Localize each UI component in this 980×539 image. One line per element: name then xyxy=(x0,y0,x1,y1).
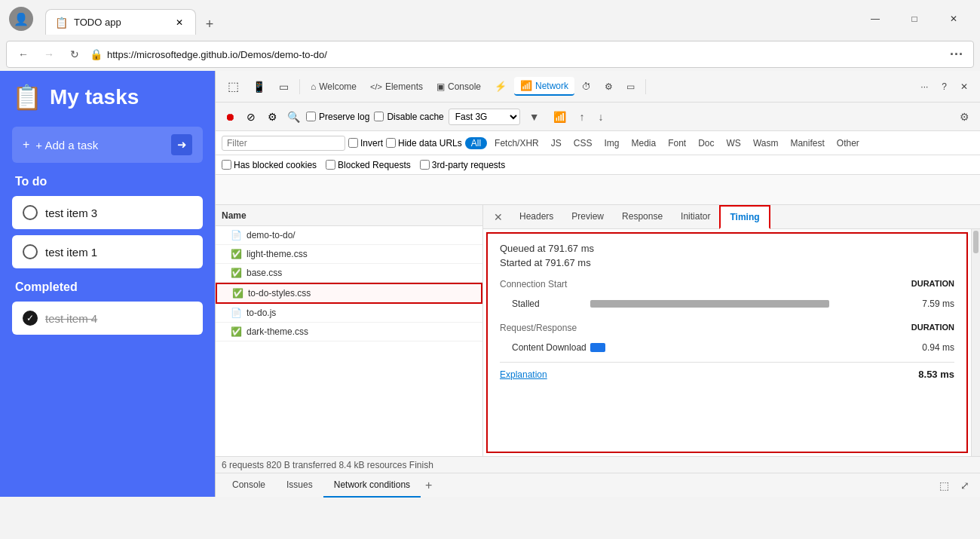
back-button[interactable]: ← xyxy=(13,44,34,65)
task-1-checkbox[interactable] xyxy=(23,244,38,259)
filter-all-button[interactable]: All xyxy=(465,137,487,149)
maximize-button[interactable]: □ xyxy=(897,7,932,31)
scrollbar-thumb[interactable] xyxy=(973,231,978,253)
devtools-inspect-button[interactable]: ⬚ xyxy=(222,76,245,96)
has-blocked-cookies-label[interactable]: Has blocked cookies xyxy=(222,160,317,170)
devtools-more-button[interactable]: ··· xyxy=(914,78,934,95)
tab-sidebar-button[interactable]: ▭ xyxy=(620,78,641,95)
filter-img-button[interactable]: Img xyxy=(599,136,623,150)
blocked-requests-label[interactable]: Blocked Requests xyxy=(326,160,411,170)
tab-close-button[interactable]: ✕ xyxy=(173,16,186,29)
devtools-help-button[interactable]: ? xyxy=(936,78,953,95)
completed-task-4[interactable]: ✓ test item 4 xyxy=(12,302,203,335)
preserve-log-checkbox[interactable] xyxy=(306,112,316,121)
connection-start-title: Connection Start DURATION xyxy=(500,279,954,289)
details-scrollbar[interactable] xyxy=(971,229,980,456)
filter-fetchxhr-button[interactable]: Fetch/XHR xyxy=(490,136,544,150)
devtools-device-button[interactable]: 📱 xyxy=(247,78,271,96)
close-button[interactable]: ✕ xyxy=(936,7,971,31)
bottom-add-tab-button[interactable]: + xyxy=(421,479,436,492)
has-blocked-cookies-checkbox[interactable] xyxy=(222,160,231,170)
hide-data-urls-checkbox-label[interactable]: Hide data URLs xyxy=(386,138,462,149)
url-input[interactable] xyxy=(107,49,942,60)
tab-console-button[interactable]: ▣ Console xyxy=(430,78,487,95)
details-close-button[interactable]: ✕ xyxy=(489,210,507,225)
bottom-tab-issues[interactable]: Issues xyxy=(276,473,323,498)
filter-media-button[interactable]: Media xyxy=(626,136,660,150)
filter-css-button[interactable]: CSS xyxy=(569,136,597,150)
clear-button[interactable]: ⊘ xyxy=(243,109,259,125)
upload-button[interactable]: ↑ xyxy=(575,109,590,124)
tab-network-button[interactable]: 📶 Network xyxy=(514,77,574,96)
online-status-button[interactable]: 📶 xyxy=(549,109,571,124)
request-response-title: Request/Response DURATION xyxy=(500,323,954,333)
search-button[interactable]: 🔍 xyxy=(285,109,302,125)
tab-elements-button[interactable]: </> Elements xyxy=(364,78,429,95)
filter-js-button[interactable]: JS xyxy=(547,136,566,150)
file-item-2[interactable]: ✅ light-theme.css xyxy=(216,245,482,264)
file-item-3[interactable]: ✅ base.css xyxy=(216,264,482,283)
task-4-checkbox[interactable]: ✓ xyxy=(23,311,38,326)
record-button[interactable]: ⏺ xyxy=(222,109,238,125)
disable-cache-checkbox[interactable] xyxy=(374,112,384,121)
filter-manifest-button[interactable]: Manifest xyxy=(786,136,828,150)
file-item-5[interactable]: 📄 to-do.js xyxy=(216,304,482,323)
bottom-tab-network-conditions[interactable]: Network conditions xyxy=(323,473,421,498)
download-button[interactable]: ↓ xyxy=(594,109,608,124)
tab-welcome-button[interactable]: ⌂ Welcome xyxy=(305,78,363,95)
file-item-4[interactable]: ✅ to-do-styles.css xyxy=(216,283,482,304)
new-tab-button[interactable]: + xyxy=(199,14,220,35)
task-item-3[interactable]: test item 3 xyxy=(12,196,203,229)
third-party-requests-checkbox[interactable] xyxy=(420,160,430,170)
timing-panel: Queued at 791.67 ms Started at 791.67 ms… xyxy=(486,232,968,453)
add-task-button[interactable]: + + Add a task ➜ xyxy=(12,127,203,163)
disable-cache-checkbox-label[interactable]: Disable cache xyxy=(374,112,443,122)
task-item-1[interactable]: test item 1 xyxy=(12,235,203,268)
details-tab-response[interactable]: Response xyxy=(613,205,672,229)
minimize-button[interactable]: — xyxy=(858,7,893,31)
devtools-close-button[interactable]: ✕ xyxy=(954,78,974,95)
hide-data-urls-checkbox[interactable] xyxy=(386,138,396,148)
details-tab-preview[interactable]: Preview xyxy=(562,205,613,229)
file-item-6[interactable]: ✅ dark-theme.css xyxy=(216,323,482,341)
browser-more-button[interactable]: ··· xyxy=(946,44,967,65)
preserve-log-checkbox-label[interactable]: Preserve log xyxy=(306,112,369,122)
bottom-tab-console[interactable]: Console xyxy=(222,473,276,498)
sources-icon: ⚡ xyxy=(495,81,507,92)
task-3-checkbox[interactable] xyxy=(23,205,38,220)
filter-font-button[interactable]: Font xyxy=(663,136,691,150)
throttle-select[interactable]: Fast 3G Slow 3G Offline No throttling xyxy=(449,109,520,125)
tab-performance-button[interactable]: ⏱ xyxy=(576,78,597,95)
invert-checkbox-label[interactable]: Invert xyxy=(348,138,383,149)
browser-tab[interactable]: 📋 TODO app ✕ xyxy=(45,9,196,35)
network-more-settings-button[interactable]: ⚙ xyxy=(955,109,974,124)
filter-input[interactable] xyxy=(222,136,345,151)
refresh-button[interactable]: ↻ xyxy=(64,44,85,65)
invert-checkbox[interactable] xyxy=(348,138,358,148)
third-party-requests-label[interactable]: 3rd-party requests xyxy=(420,160,505,170)
file-item-1[interactable]: 📄 demo-to-do/ xyxy=(216,226,482,245)
network-icon: 📶 xyxy=(520,80,532,91)
filter-toggle-button[interactable]: ⚙ xyxy=(264,109,280,125)
undock-button[interactable]: ⬚ xyxy=(935,476,953,495)
filter-wasm-button[interactable]: Wasm xyxy=(749,136,783,150)
tab-settings-button[interactable]: ⚙ xyxy=(599,78,619,95)
devtools-split-button[interactable]: ▭ xyxy=(273,78,295,96)
profile-avatar[interactable]: 👤 xyxy=(9,7,33,31)
forward-button[interactable]: → xyxy=(38,44,60,65)
details-tab-headers[interactable]: Headers xyxy=(510,205,562,229)
details-tab-timing[interactable]: Timing xyxy=(719,205,770,229)
devtools-settings-button[interactable]: ⤢ xyxy=(956,476,974,495)
tab-sources-button[interactable]: ⚡ xyxy=(488,78,513,95)
filter-other-button[interactable]: Other xyxy=(832,136,864,150)
throttle-dropdown-button[interactable]: ▼ xyxy=(525,109,544,124)
todo-sidebar: 📋 My tasks + + Add a task ➜ To do test i… xyxy=(0,71,215,497)
blocked-requests-checkbox[interactable] xyxy=(326,160,335,170)
explanation-link[interactable]: Explanation xyxy=(500,369,547,380)
main-area: 📋 My tasks + + Add a task ➜ To do test i… xyxy=(0,71,980,497)
blocked-requests-text: Blocked Requests xyxy=(338,160,411,170)
details-tab-initiator[interactable]: Initiator xyxy=(672,205,719,229)
content-download-bar-container xyxy=(590,342,909,353)
filter-ws-button[interactable]: WS xyxy=(722,136,746,150)
filter-doc-button[interactable]: Doc xyxy=(694,136,718,150)
